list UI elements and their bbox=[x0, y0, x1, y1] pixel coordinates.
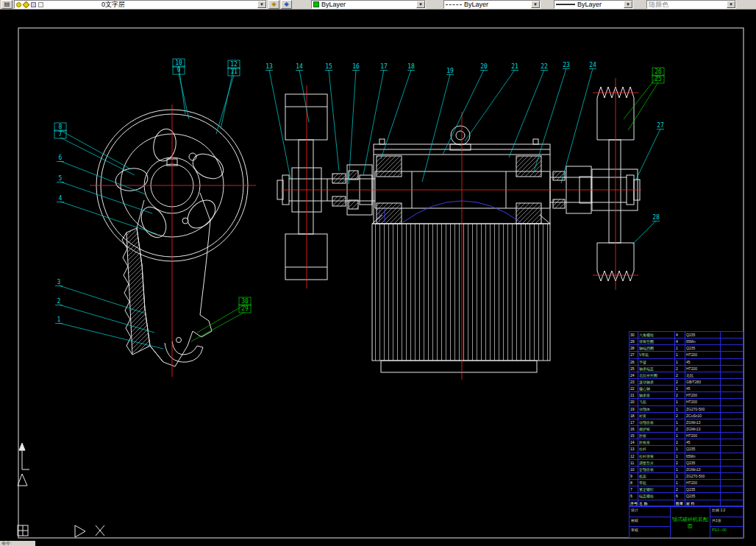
sheet-corner-mark bbox=[18, 525, 28, 536]
callout-13: 13 bbox=[265, 63, 290, 179]
parts-table-row: 13拉杆1Q235 bbox=[630, 445, 743, 452]
svg-text:30: 30 bbox=[241, 298, 249, 305]
svg-text:1: 1 bbox=[57, 316, 61, 323]
drawing-title: 颚式破碎机装配图 bbox=[671, 507, 710, 537]
parts-table-row: 22偏心轴145 bbox=[630, 385, 743, 391]
callout-21: 21 bbox=[465, 63, 518, 141]
flow-arrow-icon bbox=[75, 525, 85, 537]
title-field: 设计 bbox=[630, 507, 671, 517]
current-plotstyle: 随颜色 bbox=[649, 1, 668, 9]
svg-text:27: 27 bbox=[657, 122, 664, 129]
right-view-toothed-drum bbox=[372, 215, 550, 372]
callout-24: 24 bbox=[561, 62, 596, 183]
layer-lock-icon bbox=[31, 2, 36, 7]
svg-text:10: 10 bbox=[175, 60, 182, 66]
linetype-combo-arrow-icon[interactable]: ▼ bbox=[531, 1, 540, 8]
svg-text:16: 16 bbox=[352, 63, 360, 70]
layer-on-icon bbox=[16, 2, 21, 7]
svg-text:21: 21 bbox=[511, 63, 518, 70]
linetype-combo[interactable]: ByLayer ▼ bbox=[443, 0, 541, 9]
callout-27: 27 bbox=[635, 122, 664, 181]
callout-8: 8 bbox=[54, 123, 131, 169]
svg-text:17: 17 bbox=[380, 63, 388, 70]
object-properties-toolbar: ▤ 0文字层 ▼ ◆ ◆ ByLayer ▼ ByLayer ▼ ByLa bbox=[0, 0, 756, 10]
svg-text:18: 18 bbox=[407, 63, 415, 70]
svg-text:2: 2 bbox=[57, 298, 61, 305]
callout-16: 16 bbox=[349, 63, 360, 184]
lineweight-preview-icon bbox=[556, 4, 575, 5]
make-object-layer-current-button[interactable]: ◆ bbox=[268, 0, 279, 9]
lineweight-combo[interactable]: ByLayer ▼ bbox=[554, 0, 633, 9]
color-combo[interactable]: ByLayer ▼ bbox=[311, 0, 426, 9]
svg-text:15: 15 bbox=[325, 63, 332, 70]
right-view-vbelt-pulley bbox=[592, 87, 640, 281]
parts-table-row: 8带轮1HT200 bbox=[630, 479, 743, 486]
parts-table-row: 30六角螺栓4Q235 bbox=[630, 331, 743, 338]
cad-window: ▤ 0文字层 ▼ ◆ ◆ ByLayer ▼ ByLayer ▼ ByLa bbox=[0, 0, 756, 546]
title-block-info: 比例 1:2 共1张 PSJ—00 bbox=[710, 507, 743, 537]
svg-text:12: 12 bbox=[230, 61, 238, 68]
parts-table-row: 24毛毡密封圈2毛毡 bbox=[630, 372, 743, 378]
title-block-fields: 设计 校核 审核 bbox=[630, 507, 671, 537]
parts-table: 30六角螺栓4Q23529弹簧垫圈465Mn28轴端挡圈1Q23527V带轮1H… bbox=[629, 331, 743, 506]
callout-28: 28 bbox=[632, 214, 660, 244]
current-linetype: ByLayer bbox=[464, 1, 488, 9]
title-field: 审核 bbox=[630, 527, 671, 537]
title-field: 校核 bbox=[630, 517, 671, 528]
callout-11: 11 bbox=[216, 68, 240, 134]
svg-text:4: 4 bbox=[59, 195, 63, 202]
plotstyle-combo[interactable]: 随颜色 ▼ bbox=[646, 0, 736, 9]
svg-text:26: 26 bbox=[655, 68, 662, 75]
layer-combo-arrow-icon[interactable]: ▼ bbox=[257, 1, 266, 8]
svg-text:13: 13 bbox=[265, 63, 273, 70]
plotstyle-combo-arrow-icon[interactable]: ▼ bbox=[727, 1, 735, 8]
parts-table-row: 27V带轮1HT200 bbox=[630, 351, 743, 358]
layer-manager-button[interactable]: ▤ bbox=[1, 0, 13, 9]
command-line-fragment[interactable]: 命令: bbox=[0, 541, 35, 546]
model-space-canvas[interactable]: 1091211876543213029131415161718192021222… bbox=[0, 10, 756, 546]
ucs-icon bbox=[18, 443, 29, 486]
callout-30: 30 bbox=[197, 297, 251, 333]
svg-text:6: 6 bbox=[59, 155, 63, 161]
callout-7: 7 bbox=[54, 130, 135, 175]
svg-text:9: 9 bbox=[177, 67, 181, 74]
layer-combo[interactable]: 0文字层 ▼ bbox=[14, 0, 267, 9]
parts-table-row: 21轴承座2HT200 bbox=[630, 391, 743, 398]
layer-current-icon: ◆ bbox=[271, 1, 276, 7]
right-view-left-pulley bbox=[277, 94, 327, 280]
layers-icon: ▤ bbox=[4, 1, 10, 7]
parts-table-row: 29弹簧垫圈465Mn bbox=[630, 338, 743, 344]
parts-table-row: 28轴端挡圈1Q235 bbox=[630, 344, 743, 351]
left-view-swing-jaw bbox=[122, 153, 212, 366]
parts-table-row: 18衬套2ZCuSn10 bbox=[630, 412, 743, 419]
parts-table-header: 序号名 称数量材 料 bbox=[630, 500, 743, 506]
svg-text:11: 11 bbox=[230, 68, 238, 75]
parts-table-row: 10定颚齿板1ZGMn13 bbox=[630, 466, 743, 472]
layer-previous-button[interactable]: ◆ bbox=[281, 0, 292, 9]
parts-table-row: 7紧定螺钉2Q235 bbox=[630, 486, 743, 492]
color-combo-arrow-icon[interactable]: ▼ bbox=[416, 1, 425, 8]
svg-text:22: 22 bbox=[541, 63, 548, 70]
layer-color-swatch bbox=[38, 2, 43, 7]
lineweight-combo-arrow-icon[interactable]: ▼ bbox=[624, 1, 632, 8]
parts-table-row: 25轴承端盖2HT200 bbox=[630, 365, 743, 372]
current-layer-name: 0文字层 bbox=[101, 1, 125, 9]
parts-table-row: 26平键145 bbox=[630, 358, 743, 365]
svg-text:7: 7 bbox=[59, 131, 63, 138]
scale-cell: 比例 1:2 bbox=[710, 507, 743, 517]
title-block: 设计 校核 审核 颚式破碎机装配图 比例 1:2 共1张 PSJ—00 bbox=[629, 506, 743, 538]
current-color: ByLayer bbox=[321, 1, 346, 9]
svg-text:8: 8 bbox=[59, 124, 63, 130]
layer-previous-icon: ◆ bbox=[284, 1, 288, 7]
svg-text:23: 23 bbox=[563, 62, 570, 68]
parts-table-row: 9机架1ZG270-500 bbox=[630, 472, 743, 479]
parts-table-row: 12拉杆弹簧165Mn bbox=[630, 453, 743, 459]
callout-19: 19 bbox=[422, 68, 454, 182]
svg-text:3: 3 bbox=[57, 279, 61, 286]
color-swatch-icon bbox=[313, 1, 319, 7]
callout-23: 23 bbox=[534, 62, 570, 171]
parts-table-row: 14肘板座245 bbox=[630, 439, 743, 445]
parts-table-row: 16侧护板2ZGMn13 bbox=[630, 425, 743, 432]
svg-text:14: 14 bbox=[296, 63, 303, 70]
parts-table-row: 11调整垫片2Q235 bbox=[630, 459, 743, 466]
